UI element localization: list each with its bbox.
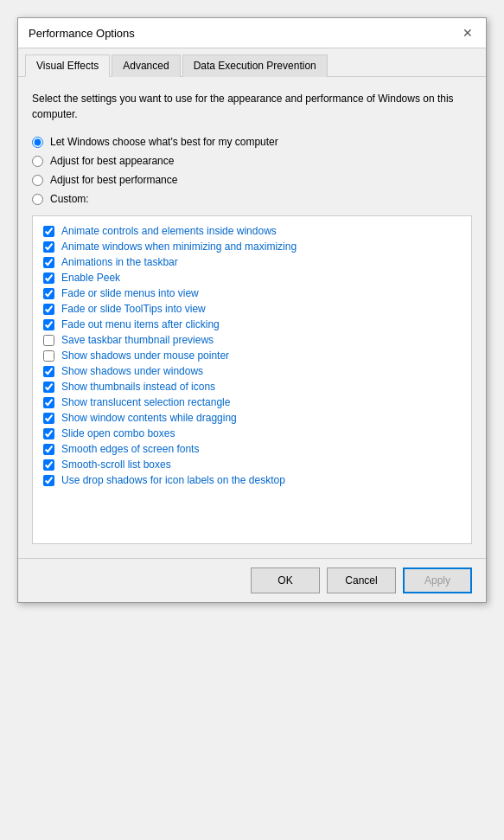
checkbox-label-window-contents[interactable]: Show window contents while dragging bbox=[61, 412, 237, 424]
checkbox-label-shadows-windows[interactable]: Show shadows under windows bbox=[61, 365, 203, 377]
checkbox-label-thumbnails-icons[interactable]: Show thumbnails instead of icons bbox=[61, 381, 215, 393]
checkbox-smooth-fonts[interactable] bbox=[43, 444, 54, 455]
checkbox-label-fade-slide-tooltips[interactable]: Fade or slide ToolTips into view bbox=[61, 303, 206, 315]
checkbox-save-taskbar[interactable] bbox=[43, 335, 54, 346]
list-item: Fade or slide menus into view bbox=[36, 285, 468, 301]
checkbox-label-smooth-fonts[interactable]: Smooth edges of screen fonts bbox=[61, 443, 199, 455]
list-item: Animations in the taskbar bbox=[36, 254, 468, 270]
list-item: Show translucent selection rectangle bbox=[36, 394, 468, 410]
tab-content: Select the settings you want to use for … bbox=[18, 77, 486, 558]
checkbox-label-enable-peek[interactable]: Enable Peek bbox=[61, 272, 120, 284]
radio-best-appearance-label[interactable]: Adjust for best appearance bbox=[50, 155, 174, 167]
window-title: Performance Options bbox=[29, 27, 135, 40]
title-bar: Performance Options ✕ bbox=[18, 18, 486, 48]
tab-strip: Visual Effects Advanced Data Execution P… bbox=[18, 48, 486, 77]
description-text: Select the settings you want to use for … bbox=[32, 91, 472, 122]
list-item: Show window contents while dragging bbox=[36, 410, 468, 426]
radio-best-appearance[interactable] bbox=[32, 156, 43, 167]
checkbox-label-smooth-scroll[interactable]: Smooth-scroll list boxes bbox=[61, 458, 171, 471]
list-item: Smooth-scroll list boxes bbox=[36, 457, 468, 472]
radio-item-best-appearance: Adjust for best appearance bbox=[32, 155, 472, 167]
checkbox-fade-slide-tooltips[interactable] bbox=[43, 304, 54, 315]
ok-button[interactable]: OK bbox=[251, 567, 320, 593]
checkbox-label-drop-shadows[interactable]: Use drop shadows for icon labels on the … bbox=[61, 474, 285, 486]
checkbox-animate-windows[interactable] bbox=[43, 241, 54, 253]
checkbox-fade-menu-items[interactable] bbox=[43, 319, 54, 330]
checkbox-label-slide-combo[interactable]: Slide open combo boxes bbox=[61, 427, 175, 439]
tab-data-execution-prevention[interactable]: Data Execution Prevention bbox=[182, 55, 328, 77]
checkbox-label-fade-menu-items[interactable]: Fade out menu items after clicking bbox=[61, 318, 220, 330]
performance-options-window: Performance Options ✕ Visual Effects Adv… bbox=[17, 17, 487, 603]
radio-group: Let Windows choose what's best for my co… bbox=[32, 136, 472, 205]
list-item: Show shadows under mouse pointer bbox=[36, 348, 468, 363]
checkbox-label-animate-windows[interactable]: Animate windows when minimizing and maxi… bbox=[61, 240, 297, 253]
radio-custom-label[interactable]: Custom: bbox=[50, 193, 89, 205]
list-item: Enable Peek bbox=[36, 270, 468, 285]
radio-item-best-performance: Adjust for best performance bbox=[32, 174, 472, 186]
list-item: Smooth edges of screen fonts bbox=[36, 441, 468, 457]
list-item: Use drop shadows for icon labels on the … bbox=[36, 472, 468, 488]
checkbox-enable-peek[interactable] bbox=[43, 273, 54, 284]
checkbox-label-fade-slide-menus[interactable]: Fade or slide menus into view bbox=[61, 287, 199, 299]
checkbox-window-contents[interactable] bbox=[43, 413, 54, 424]
tab-visual-effects[interactable]: Visual Effects bbox=[25, 55, 110, 77]
radio-let-windows[interactable] bbox=[32, 137, 43, 148]
checkbox-animations-taskbar[interactable] bbox=[43, 257, 54, 268]
radio-best-performance-label[interactable]: Adjust for best performance bbox=[50, 174, 177, 186]
checkbox-thumbnails-icons[interactable] bbox=[43, 382, 54, 393]
checkbox-label-animations-taskbar[interactable]: Animations in the taskbar bbox=[61, 256, 178, 268]
checkbox-smooth-scroll[interactable] bbox=[43, 459, 54, 471]
list-item: Fade or slide ToolTips into view bbox=[36, 301, 468, 317]
footer: OK Cancel Apply bbox=[18, 558, 486, 602]
list-item: Fade out menu items after clicking bbox=[36, 317, 468, 332]
radio-item-let-windows: Let Windows choose what's best for my co… bbox=[32, 136, 472, 148]
checkbox-drop-shadows[interactable] bbox=[43, 475, 54, 486]
close-button[interactable]: ✕ bbox=[460, 25, 475, 41]
checkbox-fade-slide-menus[interactable] bbox=[43, 288, 54, 299]
list-item: Show shadows under windows bbox=[36, 363, 468, 379]
radio-custom[interactable] bbox=[32, 194, 43, 205]
list-item: Slide open combo boxes bbox=[36, 426, 468, 441]
list-item: Animate controls and elements inside win… bbox=[36, 223, 468, 239]
list-item: Save taskbar thumbnail previews bbox=[36, 332, 468, 348]
checkbox-label-translucent-selection[interactable]: Show translucent selection rectangle bbox=[61, 396, 230, 408]
radio-item-custom: Custom: bbox=[32, 193, 472, 205]
radio-let-windows-label[interactable]: Let Windows choose what's best for my co… bbox=[50, 136, 278, 148]
checkbox-shadows-windows[interactable] bbox=[43, 366, 54, 377]
list-item: Animate windows when minimizing and maxi… bbox=[36, 239, 468, 254]
checkbox-shadows-mouse[interactable] bbox=[43, 350, 54, 362]
apply-button[interactable]: Apply bbox=[403, 567, 472, 593]
checkbox-animate-controls[interactable] bbox=[43, 226, 54, 237]
checkbox-label-animate-controls[interactable]: Animate controls and elements inside win… bbox=[61, 225, 277, 237]
radio-best-performance[interactable] bbox=[32, 175, 43, 186]
checkbox-label-shadows-mouse[interactable]: Show shadows under mouse pointer bbox=[61, 349, 229, 362]
checkbox-list[interactable]: Animate controls and elements inside win… bbox=[32, 215, 472, 544]
checkbox-translucent-selection[interactable] bbox=[43, 397, 54, 408]
tab-advanced[interactable]: Advanced bbox=[112, 55, 180, 77]
cancel-button[interactable]: Cancel bbox=[327, 567, 396, 593]
list-item: Show thumbnails instead of icons bbox=[36, 379, 468, 394]
checkbox-label-save-taskbar[interactable]: Save taskbar thumbnail previews bbox=[61, 334, 214, 346]
checkbox-slide-combo[interactable] bbox=[43, 428, 54, 439]
